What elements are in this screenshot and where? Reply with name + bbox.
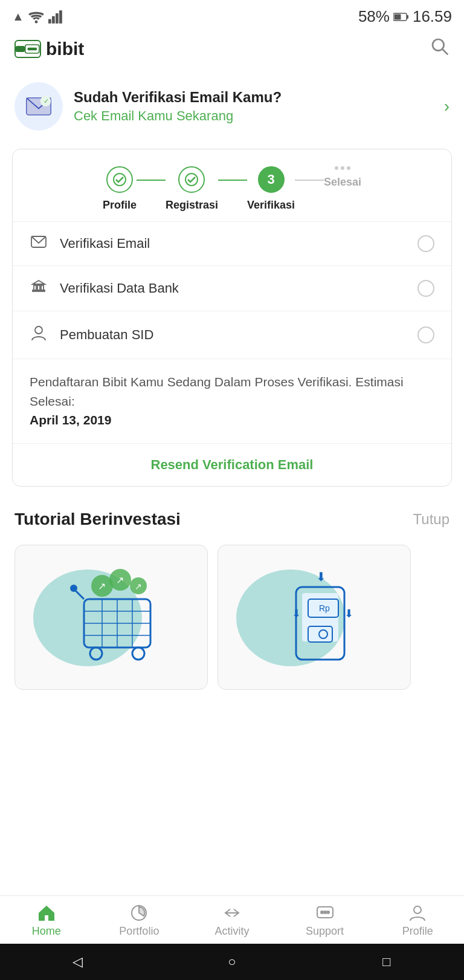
logo: bibit — [14, 39, 84, 59]
check-item-email: Verifikasi Email — [13, 222, 451, 266]
tutorial-header: Tutorial Berinvestasi Tutup — [0, 493, 464, 539]
svg-rect-18 — [34, 285, 36, 290]
wifi-icon — [28, 10, 45, 24]
svg-point-54 — [327, 911, 329, 913]
step-dots — [335, 166, 350, 170]
portfolio-icon — [130, 904, 148, 921]
home-android-button[interactable]: ○ — [220, 950, 244, 974]
sid-check-icon — [30, 325, 48, 345]
home-icon — [37, 904, 56, 921]
step-line-2 — [218, 180, 247, 181]
svg-point-15 — [114, 174, 126, 186]
svg-rect-7 — [394, 14, 401, 19]
logo-text: bibit — [46, 39, 84, 59]
email-text-block: Sudah Verifikasi Email Kamu? Cek Email K… — [74, 89, 433, 124]
phone-illustration: Rp ⬇ ⬇ ⬇ — [254, 563, 375, 672]
svg-rect-20 — [41, 285, 44, 290]
step-circle-registrasi — [178, 166, 205, 193]
cart-illustration: ↗ ↗ ↗ — [51, 563, 172, 672]
nav-support-label: Support — [306, 925, 344, 938]
battery-icon — [393, 11, 409, 22]
progress-steps: Profile Registrasi 3 Verifikasi — [13, 149, 451, 221]
svg-rect-1 — [48, 19, 51, 23]
search-button[interactable] — [430, 37, 450, 60]
check-item-bank: Verifikasi Data Bank — [13, 266, 451, 311]
signal-icon — [48, 10, 63, 24]
step-selesai: Selesai — [324, 166, 361, 189]
status-right: 58% 16.59 — [358, 7, 452, 26]
profile-icon — [408, 904, 427, 921]
email-icon-wrap: ✓ — [14, 82, 63, 131]
recents-button[interactable]: □ — [375, 950, 399, 974]
nav-portfolio[interactable]: Portfolio — [109, 904, 169, 938]
check-label-sid: Pembuatan SID — [60, 327, 405, 343]
info-body: Pendaftaran Bibit Kamu Sedang Dalam Pros… — [30, 375, 404, 408]
app-header: bibit — [0, 31, 464, 70]
svg-point-30 — [70, 585, 77, 592]
svg-rect-3 — [56, 13, 59, 24]
nav-activity[interactable]: Activity — [202, 904, 262, 938]
resend-section: Resend Verification Email — [13, 443, 451, 486]
tutorial-card-1[interactable]: ↗ ↗ ↗ — [14, 545, 208, 690]
check-label-email: Verifikasi Email — [60, 236, 405, 251]
step-circle-profile — [106, 166, 133, 193]
bottom-nav: Home Portfolio Activity Support — [0, 895, 464, 944]
status-left: ▲ — [12, 10, 63, 24]
step-label-verifikasi: Verifikasi — [247, 199, 295, 212]
step-line-1 — [137, 180, 166, 181]
svg-point-52 — [321, 911, 323, 913]
logo-icon — [14, 40, 41, 58]
tutorial-title: Tutorial Berinvestasi — [14, 510, 181, 529]
step-label-selesai: Selesai — [324, 176, 361, 189]
svg-point-31 — [90, 647, 102, 660]
status-bar: ▲ 58% 16.59 — [0, 0, 464, 31]
svg-line-11 — [442, 49, 448, 54]
nav-home[interactable]: Home — [16, 904, 77, 938]
svg-text:↗: ↗ — [116, 575, 124, 585]
svg-text:Rp: Rp — [319, 603, 330, 613]
step-label-registrasi: Registrasi — [166, 199, 218, 212]
arrow-up-icon: ▲ — [12, 10, 24, 24]
tutorial-card-2[interactable]: Rp ⬇ ⬇ ⬇ — [218, 545, 411, 690]
nav-home-label: Home — [32, 925, 61, 938]
resend-button[interactable]: Resend Verification Email — [151, 457, 314, 473]
svg-rect-4 — [59, 10, 62, 24]
svg-point-53 — [324, 911, 326, 913]
nav-activity-label: Activity — [214, 925, 249, 938]
svg-text:⬇: ⬇ — [344, 608, 353, 620]
nav-support[interactable]: Support — [295, 904, 355, 938]
nav-profile[interactable]: Profile — [387, 904, 448, 938]
email-banner[interactable]: ✓ Sudah Verifikasi Email Kamu? Cek Email… — [0, 70, 464, 143]
check-label-bank: Verifikasi Data Bank — [60, 281, 405, 296]
chevron-right-icon: › — [444, 97, 450, 116]
tutorial-card-1-inner: ↗ ↗ ↗ — [15, 545, 207, 689]
check-radio-sid — [417, 326, 434, 343]
step-profile: Profile — [103, 166, 137, 212]
email-banner-title: Sudah Verifikasi Email Kamu? — [74, 89, 433, 106]
svg-rect-19 — [37, 285, 40, 290]
svg-text:✓: ✓ — [44, 97, 49, 105]
svg-point-16 — [185, 174, 198, 186]
battery-text: 58% — [358, 7, 390, 26]
svg-rect-2 — [52, 16, 55, 23]
search-icon — [430, 37, 450, 56]
activity-icon — [223, 904, 241, 921]
svg-rect-21 — [33, 290, 45, 291]
step-verifikasi: 3 Verifikasi — [247, 166, 295, 212]
step-circle-verifikasi: 3 — [258, 166, 285, 193]
support-icon — [316, 904, 334, 921]
svg-text:↗: ↗ — [135, 582, 142, 591]
step-label-profile: Profile — [103, 199, 137, 212]
email-check-icon — [30, 235, 48, 252]
svg-point-10 — [433, 39, 444, 51]
tutorial-card-2-inner: Rp ⬇ ⬇ ⬇ — [218, 545, 410, 689]
email-banner-subtitle: Cek Email Kamu Sekarang — [74, 108, 433, 124]
check-radio-email — [417, 235, 434, 252]
tutorial-cards: ↗ ↗ ↗ Rp ⬇ ⬇ — [0, 539, 464, 702]
tutorial-close-button[interactable]: Tutup — [413, 511, 450, 528]
time-text: 16.59 — [413, 7, 452, 26]
info-text: Pendaftaran Bibit Kamu Sedang Dalam Pros… — [13, 359, 451, 443]
svg-point-55 — [414, 906, 421, 913]
back-button[interactable]: ◁ — [65, 950, 89, 974]
svg-text:↗: ↗ — [98, 581, 106, 591]
